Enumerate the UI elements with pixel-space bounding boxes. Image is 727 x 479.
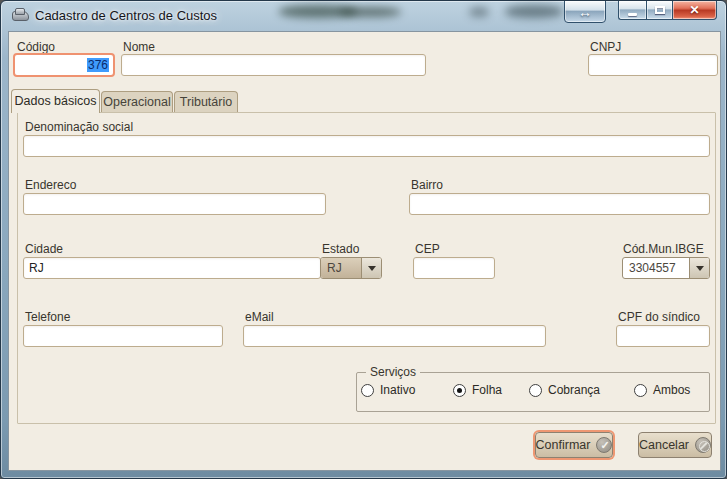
confirmar-button[interactable]: Confirmar	[535, 432, 613, 458]
nome-label: Nome	[123, 40, 155, 54]
codigo-selected-value: 376	[87, 58, 109, 72]
window-title: Cadastro de Centros de Custos	[35, 8, 217, 23]
cancel-icon	[695, 437, 711, 453]
tab-operacional[interactable]: Operacional	[101, 91, 173, 113]
form-client-area: Código 376 Nome CNPJ Dados básicos Opera…	[8, 31, 721, 471]
minimize-button[interactable]	[618, 0, 646, 20]
resize-button[interactable]: ↔	[564, 0, 606, 23]
codigo-label: Código	[17, 40, 55, 54]
titlebar-reflection	[505, 5, 563, 18]
cancelar-button-label: Cancelar	[639, 438, 689, 452]
cancelar-button[interactable]: Cancelar	[638, 432, 712, 458]
titlebar-reflection	[339, 7, 401, 17]
tab-dados-basicos[interactable]: Dados básicos	[11, 89, 100, 113]
maximize-button[interactable]	[646, 0, 673, 20]
tab-panel	[17, 112, 716, 424]
app-window: Cadastro de Centros de Custos ↔ ✕ Código…	[0, 0, 727, 479]
close-icon: ✕	[689, 3, 699, 17]
codigo-input[interactable]: 376	[13, 53, 115, 77]
cnpj-input[interactable]	[588, 54, 718, 76]
tab-tributario[interactable]: Tributário	[174, 91, 238, 113]
cnpj-label: CNPJ	[590, 40, 621, 54]
titlebar[interactable]: Cadastro de Centros de Custos ↔ ✕	[1, 1, 727, 31]
nome-input[interactable]	[121, 54, 426, 76]
resize-arrows-icon: ↔	[578, 4, 592, 20]
minimize-icon	[628, 13, 637, 16]
check-icon	[596, 437, 612, 453]
caption-buttons: ✕	[618, 0, 717, 20]
titlebar-reflection	[469, 7, 489, 17]
confirmar-button-label: Confirmar	[536, 438, 591, 452]
maximize-icon	[655, 6, 665, 14]
close-button[interactable]: ✕	[673, 0, 717, 20]
window-icon	[12, 11, 29, 21]
